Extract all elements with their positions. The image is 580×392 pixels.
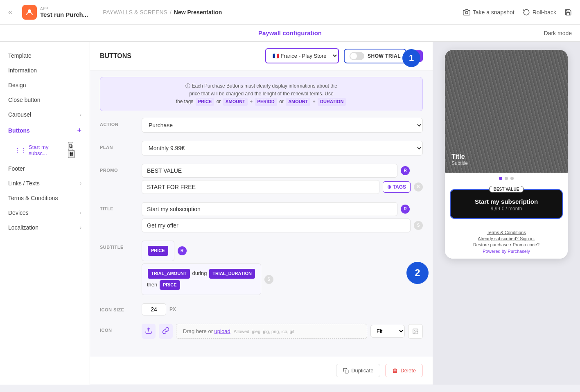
s-badge-title: S [414,221,423,230]
upload-text: Drag here or upload [183,328,230,334]
info-text: ⓘ Each Purchase Buttons must clearly dis… [176,83,347,104]
app-icon [22,5,37,20]
config-title: Paywall configuration [258,29,322,36]
camera-icon [463,9,470,16]
sidebar-sub-item-button[interactable]: ⋮⋮ Start my subsc... ⧉ 🗑 [0,139,90,161]
nav-section: PAYWALLS & SCREENS [103,9,167,16]
title-label: TITLE [100,202,137,211]
toggle-switch[interactable] [350,52,364,60]
delete-sub-button[interactable]: 🗑 [68,150,75,158]
preview-overlay: Title Subtitle [445,146,568,173]
preview-icon-btn[interactable] [408,324,423,339]
sidebar-label-close-button: Close button [8,97,41,103]
plan-select[interactable]: Monthly 9.99€ Yearly 99.99€ Weekly 2.99€ [142,141,423,155]
subtitle-field-group: SUBTITLE PRICE R TRIAL_AMOUNT during T [100,241,423,295]
sidebar-item-footer[interactable]: Footer [0,161,90,176]
sidebar-item-buttons[interactable]: Buttons + [0,122,90,139]
upload-link[interactable]: upload [214,328,230,334]
cta-title: Start my subscription [457,198,555,205]
duplicate-button[interactable]: Duplicate [336,364,380,377]
chevron-right-icon-localization: › [80,225,81,230]
price-tag-1: PRICE [148,246,168,256]
tags-label: TAGS [393,184,406,190]
chevron-right-icon: › [80,112,81,117]
dark-mode-button[interactable]: Dark mode [544,30,572,36]
sidebar-item-localization[interactable]: Localization › [0,220,90,235]
snapshot-label: Take a snapshot [473,9,515,16]
sidebar-item-carousel[interactable]: Carousel › [0,107,90,122]
center-panel: BUTTONS 🇫🇷 France - Play Store 🇫🇷 France… [90,42,433,385]
icon-size-input[interactable] [142,303,166,315]
title-row-1: R [142,202,423,216]
chevron-right-icon-devices: › [80,210,81,216]
info-banner: ⓘ Each Purchase Buttons must clearly dis… [100,77,423,111]
title-input-2[interactable] [142,219,411,232]
sidebar-item-template[interactable]: Template [0,48,90,63]
back-button[interactable]: « [8,8,12,16]
sidebar-item-links-texts[interactable]: Links / Texts › [0,176,90,191]
plan-content: Monthly 9.99€ Yearly 99.99€ Weekly 2.99€ [142,141,423,155]
preview-button-area: BEST VALUE Start my subscription 9,99 € … [445,184,568,224]
fit-select[interactable]: Fit Fill Stretch [370,325,405,338]
upload-icon-button[interactable] [142,324,156,339]
icon-size-label: ICON SIZE [100,303,137,312]
copy-button[interactable]: ⧉ [68,142,73,150]
sidebar-label-links-texts: Links / Texts [8,180,40,187]
powered-by: Powered by Purchasely [450,249,563,254]
preview-subtitle: Subtitle [451,160,561,166]
then-text: then [147,282,157,288]
bottom-actions: Duplicate Delete [90,357,433,384]
sidebar-label-buttons: Buttons [8,127,30,134]
sidebar-label-carousel: Carousel [8,111,31,118]
add-button-btn[interactable]: + [77,126,81,135]
config-header: BUTTONS 🇫🇷 France - Play Store 🇫🇷 France… [90,42,433,70]
phone-preview: Title Subtitle BEST VALUE Start my subsc… [445,50,568,259]
delete-icon [392,368,398,374]
link-icon-button[interactable] [159,324,173,339]
terms-link[interactable]: Terms & Conditions [450,230,563,235]
sidebar-item-terms[interactable]: Terms & Conditions [0,191,90,205]
subscribed-link[interactable]: Already subscribed? Sign in. [450,236,563,241]
preview-image: Title Subtitle [445,50,568,173]
preview-cta[interactable]: BEST VALUE Start my subscription 9,99 € … [450,189,563,219]
sidebar-item-information[interactable]: Information [0,63,90,78]
sub-item-label: Start my subsc... [29,144,68,156]
upload-area[interactable]: Drag here or upload Allowed: jpeg, jpg, … [176,324,367,339]
delete-label: Delete [400,367,416,374]
rollback-button[interactable]: Roll-back [523,9,556,16]
promo-input-1[interactable] [142,164,397,178]
icon-row: Drag here or upload Allowed: jpeg, jpg, … [142,324,423,339]
save-button[interactable] [564,9,572,16]
restore-link[interactable]: Restore purchase • Promo code? [450,242,563,247]
sidebar-item-devices[interactable]: Devices › [0,205,90,220]
sub-item-actions: ⧉ 🗑 [68,142,81,158]
preview-dots [445,173,568,184]
show-trial-toggle[interactable]: SHOW TRIAL [344,49,406,63]
sidebar: Template Information Design Close button… [0,42,90,385]
delete-button[interactable]: Delete [385,364,423,377]
snapshot-button[interactable]: Take a snapshot [463,9,515,16]
store-select[interactable]: 🇫🇷 France - Play Store 🇫🇷 France - App S… [265,48,339,63]
action-select[interactable]: Purchase Restore Sign In [142,118,423,133]
promo-input-2[interactable] [142,180,379,194]
drag-handle-icon: ⋮⋮ [15,147,26,153]
tags-button[interactable]: ⊕ TAGS [383,181,411,193]
icon-size-content: PX [142,303,423,315]
sidebar-label-footer: Footer [8,165,25,172]
app-label: APP [40,7,88,11]
action-label: ACTION [100,118,137,127]
price-tag-2: PRICE [160,280,180,290]
main-layout: Template Information Design Close button… [0,42,580,385]
svg-rect-5 [345,370,348,373]
topbar: « APP Test run Purch... PAYWALLS & SCREE… [0,0,580,25]
icon-size-row: PX [142,303,423,315]
promo-row-2: ⊕ TAGS S [142,180,423,194]
sidebar-item-design[interactable]: Design [0,78,90,92]
preview-panel: 1 2 Title Subtitle [433,42,580,385]
fields-area: ACTION Purchase Restore Sign In PLAN Mon… [90,118,433,357]
sidebar-label-template: Template [8,52,32,59]
sidebar-item-close-button[interactable]: Close button [0,92,90,107]
nav-current: New Presentation [174,9,222,16]
title-input-1[interactable] [142,202,397,216]
sidebar-label-devices: Devices [8,210,29,216]
